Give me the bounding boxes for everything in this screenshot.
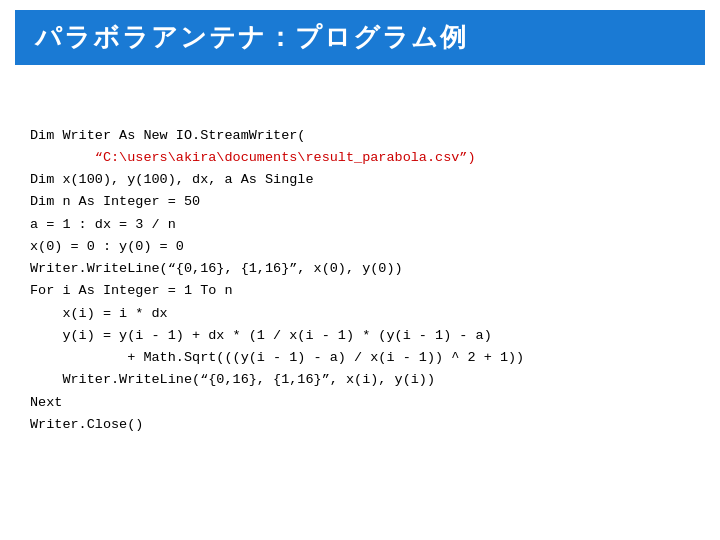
code-line: Dim x(100), y(100), dx, a As Single bbox=[30, 169, 690, 191]
code-line: Writer.WriteLine(“{0,16}, {1,16}”, x(i),… bbox=[30, 369, 690, 391]
page-container: パラボラアンテナ：プログラム例 Dim Writer As New IO.Str… bbox=[0, 0, 720, 540]
code-line: For i As Integer = 1 To n bbox=[30, 280, 690, 302]
code-line: Writer.WriteLine(“{0,16}, {1,16}”, x(0),… bbox=[30, 258, 690, 280]
code-line: x(0) = 0 : y(0) = 0 bbox=[30, 236, 690, 258]
code-line: “C:\users\akira\documents\result_parabol… bbox=[30, 147, 690, 169]
code-area: Dim Writer As New IO.StreamWriter( “C:\u… bbox=[0, 65, 720, 451]
code-line: Dim Writer As New IO.StreamWriter( bbox=[30, 125, 690, 147]
code-line: x(i) = i * dx bbox=[30, 303, 690, 325]
page-title: パラボラアンテナ：プログラム例 bbox=[35, 22, 468, 52]
code-highlight: “C:\users\akira\documents\result_parabol… bbox=[30, 150, 476, 165]
code-line: + Math.Sqrt(((y(i - 1) - a) / x(i - 1)) … bbox=[30, 347, 690, 369]
code-line: Next bbox=[30, 392, 690, 414]
code-line: a = 1 : dx = 3 / n bbox=[30, 214, 690, 236]
code-line: Dim n As Integer = 50 bbox=[30, 191, 690, 213]
code-line: Writer.Close() bbox=[30, 414, 690, 436]
code-line: y(i) = y(i - 1) + dx * (1 / x(i - 1) * (… bbox=[30, 325, 690, 347]
title-bar: パラボラアンテナ：プログラム例 bbox=[15, 10, 705, 65]
